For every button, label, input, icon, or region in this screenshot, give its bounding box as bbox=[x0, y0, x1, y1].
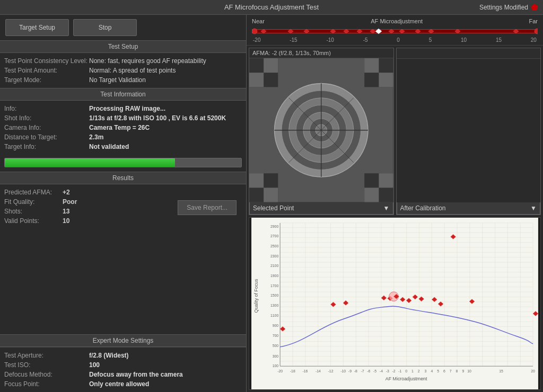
svg-text:-6: -6 bbox=[367, 369, 370, 373]
progress-container bbox=[0, 155, 246, 172]
svg-text:1900: 1900 bbox=[270, 274, 278, 278]
svg-text:-18: -18 bbox=[290, 369, 295, 373]
svg-rect-21 bbox=[364, 58, 379, 73]
svg-text:300: 300 bbox=[273, 354, 279, 358]
svg-text:900: 900 bbox=[273, 323, 279, 327]
svg-text:15: 15 bbox=[499, 369, 503, 373]
svg-text:20: 20 bbox=[531, 369, 535, 373]
svg-text:10: 10 bbox=[467, 369, 471, 373]
svg-point-14 bbox=[252, 29, 257, 34]
svg-rect-25 bbox=[264, 188, 278, 202]
svg-text:-5: -5 bbox=[373, 369, 376, 373]
valid-points-row: Valid Points: 10 bbox=[4, 216, 77, 226]
svg-text:6: 6 bbox=[443, 369, 445, 373]
focus-point-row: Focus Point: Only centre allowed bbox=[4, 379, 242, 389]
info-processing-row: Info: Processing RAW image... bbox=[4, 104, 242, 113]
svg-text:700: 700 bbox=[273, 334, 279, 337]
fit-quality-row: Fit Quality: Poor bbox=[4, 197, 77, 207]
af-slider-track-area[interactable] bbox=[252, 25, 538, 37]
svg-text:-16: -16 bbox=[302, 369, 308, 373]
svg-rect-24 bbox=[249, 173, 264, 188]
svg-text:2300: 2300 bbox=[270, 254, 278, 257]
svg-text:2100: 2100 bbox=[270, 264, 278, 268]
results-header: Results bbox=[0, 172, 246, 184]
target-mode-label: Target Mode: bbox=[4, 76, 89, 84]
after-calibration-dropdown[interactable]: After Calibration ▼ bbox=[397, 202, 541, 215]
svg-text:-3: -3 bbox=[386, 369, 389, 373]
svg-text:Quality of Focus: Quality of Focus bbox=[253, 278, 259, 312]
test-target-svg bbox=[249, 58, 393, 202]
amount-label: Test Point Amount: bbox=[4, 67, 89, 74]
chart-area: 100 300 500 700 900 1100 1300 1500 1700 … bbox=[249, 217, 541, 390]
focus-point-value: Only centre allowed bbox=[89, 380, 149, 388]
test-info-section: Info: Processing RAW image... Shot Info:… bbox=[0, 101, 246, 155]
svg-rect-27 bbox=[379, 173, 393, 188]
shot-info-row: Shot Info: 1/13s at f/2.8 with ISO 100 ,… bbox=[4, 113, 242, 123]
test-aperture-label: Test Aperture: bbox=[4, 352, 89, 359]
fit-quality-value: Poor bbox=[63, 198, 77, 206]
dropdown-arrow2-icon: ▼ bbox=[530, 204, 537, 212]
svg-text:9: 9 bbox=[462, 369, 464, 373]
test-aperture-row: Test Aperture: f/2.8 (Widest) bbox=[4, 351, 242, 360]
svg-text:-4: -4 bbox=[380, 369, 383, 373]
progress-bar-background bbox=[4, 158, 242, 167]
info-label: Info: bbox=[4, 105, 89, 112]
svg-point-15 bbox=[535, 29, 538, 34]
svg-text:4: 4 bbox=[431, 369, 433, 373]
svg-rect-40 bbox=[251, 218, 538, 390]
svg-marker-10 bbox=[415, 29, 421, 33]
af-slider-ticks: -20 -15 -10 -5 0 5 10 15 20 bbox=[252, 37, 538, 43]
svg-text:-20: -20 bbox=[277, 369, 283, 373]
consistency-value: None: fast, requires good AF repeatabili… bbox=[89, 57, 206, 65]
predicted-afma-label: Predicted AFMA: bbox=[4, 189, 63, 196]
svg-rect-18 bbox=[264, 58, 278, 73]
svg-text:-14: -14 bbox=[316, 369, 321, 373]
stop-button[interactable]: Stop bbox=[73, 19, 137, 36]
svg-marker-1 bbox=[288, 29, 293, 33]
svg-text:-7: -7 bbox=[361, 369, 364, 373]
predicted-afma-row: Predicted AFMA: +2 bbox=[4, 188, 77, 197]
save-report-button[interactable]: Save Report... bbox=[178, 200, 237, 215]
svg-marker-9 bbox=[399, 29, 405, 33]
af-slider-svg bbox=[252, 25, 538, 37]
far-label: Far bbox=[529, 18, 538, 24]
left-panel: Target Setup Stop Test Setup Test Point … bbox=[0, 15, 247, 392]
shot-info-label: Shot Info: bbox=[4, 114, 89, 122]
shots-value: 13 bbox=[63, 208, 69, 215]
results-section: Predicted AFMA: +2 Fit Quality: Poor Sho… bbox=[0, 184, 246, 334]
test-iso-label: Test ISO: bbox=[4, 361, 89, 369]
settings-modified: Settings Modified bbox=[479, 4, 538, 11]
svg-marker-8 bbox=[389, 29, 394, 33]
svg-marker-13 bbox=[513, 29, 519, 33]
target-setup-button[interactable]: Target Setup bbox=[5, 19, 69, 36]
test-setup-header: Test Setup bbox=[0, 40, 246, 53]
image-panel-after-calibration: After Calibration ▼ bbox=[396, 48, 541, 215]
image-panel-2-content bbox=[397, 59, 541, 202]
svg-text:-9: -9 bbox=[348, 369, 352, 373]
camera-info-value: Camera Temp = 26C bbox=[89, 124, 150, 131]
selected-point-dropdown[interactable]: Selected Point ▼ bbox=[249, 202, 393, 215]
amount-value: Normal: A spread of test points bbox=[89, 67, 176, 74]
progress-bar-fill bbox=[5, 158, 175, 167]
svg-text:AF Microadjustment: AF Microadjustment bbox=[386, 376, 427, 381]
chart-svg: 100 300 500 700 900 1100 1300 1500 1700 … bbox=[249, 218, 540, 390]
test-setup-row-0: Test Point Consistency Level: None: fast… bbox=[4, 56, 242, 66]
target-info-row: Target Info: Not validated bbox=[4, 142, 242, 152]
target-info-value: Not validated bbox=[89, 143, 129, 150]
svg-text:100: 100 bbox=[273, 364, 279, 368]
focus-point-label: Focus Point: bbox=[4, 380, 89, 388]
shots-label: Shots: bbox=[4, 208, 63, 215]
svg-text:1500: 1500 bbox=[270, 293, 278, 297]
af-slider-title: AF Microadjustment bbox=[371, 18, 423, 24]
svg-marker-11 bbox=[428, 29, 434, 33]
svg-text:5: 5 bbox=[437, 369, 439, 373]
test-iso-row: Test ISO: 100 bbox=[4, 360, 242, 370]
top-buttons-row: Target Setup Stop bbox=[0, 15, 246, 40]
consistency-label: Test Point Consistency Level: bbox=[4, 57, 89, 65]
test-iso-value: 100 bbox=[89, 361, 100, 369]
svg-text:2700: 2700 bbox=[270, 234, 278, 238]
expert-mode-header: Expert Mode Settings bbox=[0, 334, 246, 347]
svg-marker-7 bbox=[375, 29, 382, 34]
svg-marker-12 bbox=[455, 29, 460, 33]
svg-text:-12: -12 bbox=[328, 369, 334, 373]
